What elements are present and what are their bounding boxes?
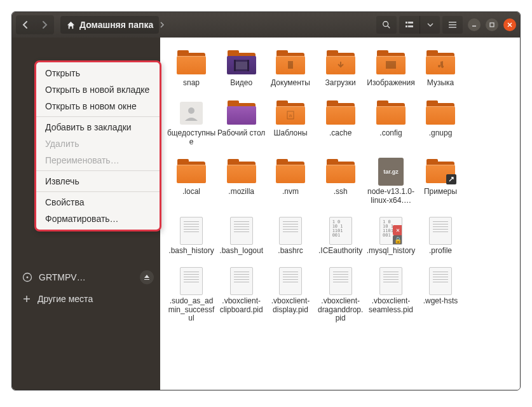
folder-local[interactable]: .local	[167, 158, 216, 205]
file-label: .vboxclient-display.pid	[266, 297, 314, 315]
binary-file-icon: 1 010 11101001🔒✕	[379, 217, 402, 245]
file-ice-authority[interactable]: 1 010 11101001.ICEauthority	[316, 217, 365, 256]
file-grid: snap Видео Документы Загрузки Изображени…	[160, 38, 520, 390]
ctx-properties[interactable]: Свойства	[36, 194, 160, 210]
error-emblem-icon: ✕	[393, 225, 402, 235]
text-file-icon	[279, 267, 302, 295]
eject-button[interactable]	[140, 270, 154, 284]
maximize-icon	[489, 22, 495, 28]
sidebar-device-label: GRTMPV…	[39, 272, 86, 282]
file-label: .vboxclient-clipboard.pid	[217, 297, 265, 315]
folder-examples[interactable]: Примеры	[416, 158, 464, 205]
close-button[interactable]	[503, 18, 516, 31]
svg-point-23	[188, 107, 194, 114]
path-label: Домашняя папка	[79, 20, 153, 30]
file-sudo[interactable]: .sudo_as_admin_successful	[167, 267, 216, 323]
ctx-eject[interactable]: Извлечь	[36, 173, 160, 190]
folder-templates[interactable]: aШаблоны	[266, 99, 314, 147]
folder-documents[interactable]: Документы	[266, 49, 314, 88]
breadcrumb[interactable]: Домашняя папка	[60, 16, 159, 34]
folder-downloads[interactable]: Загрузки	[316, 49, 365, 88]
search-icon	[382, 20, 391, 29]
folder-gnupg[interactable]: .gnupg	[416, 99, 464, 147]
maximize-button[interactable]	[486, 18, 498, 31]
text-file-icon	[180, 267, 203, 295]
template-icon: a	[287, 111, 294, 120]
file-label: .ssh	[334, 188, 348, 197]
chevron-down-icon	[427, 22, 433, 28]
svg-point-0	[383, 22, 388, 27]
svg-rect-5	[408, 25, 413, 27]
svg-rect-21	[288, 61, 293, 69]
svg-rect-22	[386, 61, 396, 69]
svg-rect-2	[406, 22, 407, 24]
file-wget-hsts[interactable]: .wget-hsts	[416, 267, 464, 323]
context-menu: Открыть Открыть в новой вкладке Открыть …	[34, 60, 161, 231]
close-icon	[507, 22, 513, 28]
file-node-archive[interactable]: tar.gznode-v13.1.0-linux-x64….	[367, 158, 416, 205]
svg-rect-18	[235, 62, 248, 69]
file-label: .bash_history	[168, 247, 214, 256]
file-bash-logout[interactable]: .bash_logout	[217, 217, 265, 256]
file-vbox-dnd[interactable]: .vboxclient-draganddrop.pid	[316, 267, 365, 323]
file-profile[interactable]: .profile	[416, 217, 464, 256]
file-bashrc[interactable]: .bashrc	[266, 217, 314, 256]
folder-config[interactable]: .config	[367, 99, 416, 147]
minimize-button[interactable]	[468, 18, 481, 31]
list-view-icon	[405, 20, 414, 29]
forward-button[interactable]	[35, 15, 54, 34]
folder-public[interactable]: бщедоступные	[167, 99, 216, 147]
file-label: .gnupg	[429, 129, 453, 138]
folder-nvm[interactable]: .nvm	[266, 158, 314, 205]
folder-music[interactable]: Музыка	[416, 49, 464, 88]
view-options-button[interactable]	[419, 16, 440, 34]
file-mysql-history[interactable]: 1 010 11101001🔒✕.mysql_history	[367, 217, 416, 256]
chevron-right-icon	[159, 22, 172, 28]
plus-icon	[22, 294, 31, 303]
file-vbox-display[interactable]: .vboxclient-display.pid	[266, 267, 314, 323]
search-button[interactable]	[376, 16, 397, 34]
svg-rect-20	[247, 60, 249, 71]
image-icon	[386, 61, 396, 69]
file-label: .local	[182, 188, 200, 197]
folder-pictures[interactable]: Изображения	[367, 49, 416, 88]
folder-mozilla[interactable]: .mozilla	[217, 158, 265, 205]
ctx-format[interactable]: Форматировать…	[36, 210, 160, 227]
text-file-icon	[230, 267, 253, 295]
svg-text:a: a	[289, 113, 292, 118]
document-icon	[286, 60, 295, 69]
folder-cache[interactable]: .cache	[316, 99, 365, 147]
folder-ssh[interactable]: .ssh	[316, 158, 365, 205]
svg-line-1	[388, 26, 390, 29]
archive-icon: tar.gz	[378, 158, 404, 186]
text-file-icon	[429, 217, 452, 245]
music-icon	[436, 60, 445, 69]
file-manager-window: Домашняя папка	[11, 11, 521, 390]
file-vbox-seamless[interactable]: .vboxclient-seamless.pid	[367, 267, 416, 323]
list-view-button[interactable]	[399, 16, 419, 34]
sidebar-other-label: Другие места	[38, 294, 93, 304]
ctx-bookmark[interactable]: Добавить в закладки	[36, 119, 160, 135]
titlebar: Домашняя папка	[12, 12, 520, 38]
svg-rect-19	[234, 60, 236, 71]
text-file-icon	[429, 267, 452, 295]
download-icon	[336, 60, 345, 69]
file-vbox-clipboard[interactable]: .vboxclient-clipboard.pid	[217, 267, 265, 323]
folder-desktop[interactable]: Рабочий стол	[217, 99, 265, 147]
ctx-open[interactable]: Открыть	[36, 65, 160, 81]
file-label: бщедоступные	[167, 129, 216, 147]
file-bash-history[interactable]: .bash_history	[167, 217, 216, 256]
folder-video[interactable]: Видео	[217, 49, 265, 88]
ctx-open-tab[interactable]: Открыть в новой вкладке	[36, 81, 160, 98]
ctx-open-window[interactable]: Открыть в новом окне	[36, 98, 160, 114]
sidebar-device[interactable]: GRTMPV…	[12, 266, 160, 288]
sidebar-other-locations[interactable]: Другие места	[12, 288, 160, 310]
file-label: Документы	[271, 79, 310, 88]
film-icon	[234, 60, 249, 71]
back-button[interactable]	[16, 15, 35, 34]
ctx-separator	[36, 191, 160, 192]
hamburger-menu-button[interactable]	[442, 16, 463, 34]
text-file-icon	[329, 267, 352, 295]
folder-snap[interactable]: snap	[167, 49, 216, 88]
file-label: Изображения	[367, 79, 414, 88]
